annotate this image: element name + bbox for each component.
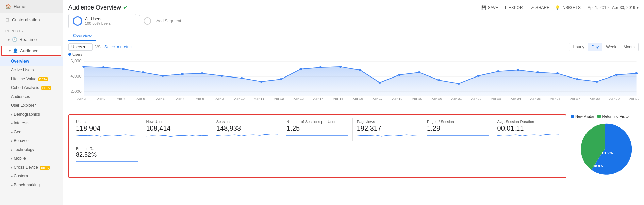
date-range[interactable]: Apr 1, 2019 - Apr 30, 2019 ▾ xyxy=(588,5,639,10)
sidebar-sub-item-audiences[interactable]: Audiences xyxy=(0,92,63,101)
svg-point-18 xyxy=(299,68,302,70)
sidebar-sub-item-benchmarking[interactable]: ▸ Benchmarking xyxy=(0,181,63,189)
sidebar-sub-item-behavior[interactable]: ▸ Behavior xyxy=(0,136,63,145)
all-users-segment[interactable]: All Users 100.00% Users xyxy=(68,14,136,28)
sidebar-item-home[interactable]: 🏠 Home xyxy=(0,0,63,13)
svg-text:Apr 30: Apr 30 xyxy=(629,97,639,100)
share-button[interactable]: ↗ SHARE xyxy=(531,5,549,10)
stat-avg-session: Avg. Session Duration 00:01:11 xyxy=(493,118,563,141)
time-btn-week[interactable]: Week xyxy=(602,43,620,51)
svg-point-30 xyxy=(536,71,539,73)
bounce-rate-label: Bounce Rate xyxy=(76,147,138,151)
svg-point-34 xyxy=(615,74,618,76)
vs-label: VS. xyxy=(95,45,102,49)
svg-point-13 xyxy=(201,72,203,74)
sessions-value: 148,933 xyxy=(216,124,278,132)
main-content: Audience Overview ✔ 💾 SAVE ⬆ EXPORT ↗ SH… xyxy=(63,0,644,205)
svg-point-10 xyxy=(142,71,144,73)
svg-text:Apr 5: Apr 5 xyxy=(136,97,145,100)
svg-point-21 xyxy=(359,69,361,71)
insights-button[interactable]: 💡 INSIGHTS xyxy=(555,5,581,10)
svg-text:Apr 29: Apr 29 xyxy=(609,97,620,100)
svg-text:Apr 26: Apr 26 xyxy=(550,97,560,100)
svg-text:Apr 3: Apr 3 xyxy=(97,97,105,100)
expand-icon: ▸ xyxy=(8,38,10,41)
sidebar-sub-item-cohort-analysis[interactable]: Cohort Analysis BETA xyxy=(0,83,63,92)
stat-pageviews: Pageviews 192,317 xyxy=(353,118,423,141)
sidebar-item-realtime[interactable]: ▸ 🕐 Realtime xyxy=(0,34,63,45)
select-metric-link[interactable]: Select a metric xyxy=(104,45,131,49)
svg-point-11 xyxy=(161,75,164,77)
svg-text:Apr 28: Apr 28 xyxy=(590,97,600,100)
sidebar-sub-item-active-users[interactable]: Active Users xyxy=(0,66,63,74)
export-icon: ⬆ xyxy=(504,5,507,10)
person-icon: 👤 xyxy=(13,48,18,53)
stat-pages-per-session: Pages / Session 1.29 xyxy=(423,118,493,141)
metric-dropdown[interactable]: Users ▾ xyxy=(68,43,93,51)
legend-new-visitor: New Visitor xyxy=(571,114,594,118)
verified-icon: ✔ xyxy=(123,4,128,11)
sessions-per-user-label: Number of Sessions per User xyxy=(286,120,348,124)
insights-icon: 💡 xyxy=(555,5,560,10)
sidebar-item-customization[interactable]: ⊞ Customization xyxy=(0,13,63,27)
svg-text:18.8%: 18.8% xyxy=(593,164,603,168)
chart-area: 6,000 4,000 2,000 xyxy=(68,57,639,112)
svg-text:Apr 2: Apr 2 xyxy=(77,97,86,100)
svg-text:Apr 15: Apr 15 xyxy=(333,97,343,100)
svg-text:Apr 20: Apr 20 xyxy=(432,97,442,100)
sidebar-sub-item-cross-device[interactable]: ▸ Cross Device BETA xyxy=(0,163,63,172)
bounce-rate-sparkline xyxy=(76,158,138,165)
chart-controls: Users ▾ VS. Select a metric Hourly Day W… xyxy=(68,43,639,51)
stat-sessions-per-user: Number of Sessions per User 1.25 xyxy=(282,118,352,141)
svg-text:Apr 24: Apr 24 xyxy=(511,97,521,100)
svg-point-32 xyxy=(576,78,579,80)
svg-text:Apr 18: Apr 18 xyxy=(392,97,402,100)
line-chart: 6,000 4,000 2,000 xyxy=(68,57,639,101)
legend-returning-visitor: Returning Visitor xyxy=(597,114,630,118)
svg-point-12 xyxy=(181,73,184,75)
svg-text:2,000: 2,000 xyxy=(70,90,81,93)
svg-point-22 xyxy=(378,82,381,84)
svg-point-31 xyxy=(556,72,559,74)
tab-overview[interactable]: Overview xyxy=(68,31,96,41)
stats-grid: Users 118,904 New Users 108,414 Sessions… xyxy=(68,114,566,178)
svg-point-17 xyxy=(280,78,282,80)
svg-point-20 xyxy=(339,66,342,68)
metric-selector: Users ▾ VS. Select a metric xyxy=(68,43,131,51)
segments-bar: All Users 100.00% Users + Add Segment xyxy=(68,14,639,28)
svg-text:Apr 10: Apr 10 xyxy=(234,97,245,100)
time-btn-month[interactable]: Month xyxy=(620,43,639,51)
sidebar-sub-item-interests[interactable]: ▸ Interests xyxy=(0,119,63,127)
svg-text:Apr 14: Apr 14 xyxy=(313,97,324,100)
svg-text:Apr 25: Apr 25 xyxy=(530,97,541,100)
time-btn-hourly[interactable]: Hourly xyxy=(569,43,588,51)
sidebar-sub-item-mobile[interactable]: ▸ Mobile xyxy=(0,154,63,163)
share-icon: ↗ xyxy=(531,5,534,10)
svg-text:Apr 6: Apr 6 xyxy=(156,97,165,100)
svg-text:4,000: 4,000 xyxy=(70,74,81,78)
bounce-rate-value: 82.52% xyxy=(76,151,138,158)
sidebar-sub-item-lifetime-value[interactable]: Lifetime Value BETA xyxy=(0,74,63,83)
sidebar-sub-item-overview[interactable]: Overview xyxy=(0,57,63,66)
svg-text:Apr 16: Apr 16 xyxy=(353,97,363,100)
sidebar-sub-item-geo[interactable]: ▸ Geo xyxy=(0,127,63,136)
sidebar-sub-item-technology[interactable]: ▸ Technology xyxy=(0,145,63,154)
clock-icon: 🕐 xyxy=(12,37,17,42)
time-btn-day[interactable]: Day xyxy=(588,43,602,51)
avg-session-sparkline xyxy=(497,132,559,138)
svg-text:Apr 4: Apr 4 xyxy=(117,97,125,100)
export-button[interactable]: ⬆ EXPORT xyxy=(504,5,525,10)
top-actions: 💾 SAVE ⬆ EXPORT ↗ SHARE 💡 INSIGHTS xyxy=(481,5,581,10)
pages-per-session-sparkline xyxy=(427,132,489,138)
stat-sessions: Sessions 148,933 xyxy=(212,118,282,141)
new-users-value: 108,414 xyxy=(146,124,208,132)
sidebar-sub-item-user-explorer[interactable]: User Explorer xyxy=(0,101,63,110)
sidebar-sub-item-custom[interactable]: ▸ Custom xyxy=(0,172,63,181)
save-button[interactable]: 💾 SAVE xyxy=(481,5,498,10)
sidebar-sub-item-demographics[interactable]: ▸ Demographics xyxy=(0,110,63,119)
new-users-sparkline xyxy=(146,132,208,138)
add-segment-button[interactable]: + Add Segment xyxy=(139,15,207,27)
sidebar-item-audience[interactable]: ▾ 👤 Audience xyxy=(1,46,61,56)
segment-circle-icon xyxy=(73,16,82,26)
pageviews-value: 192,317 xyxy=(357,124,418,132)
